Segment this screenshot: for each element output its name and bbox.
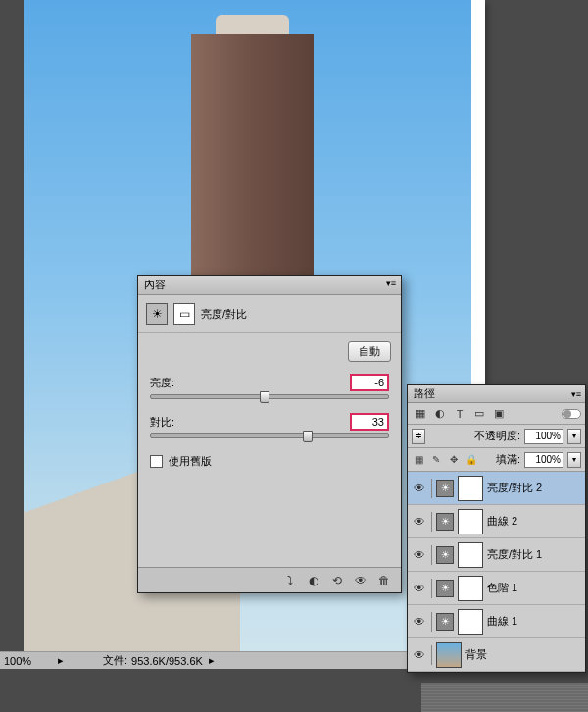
- reset-icon[interactable]: ⟲: [328, 573, 346, 588]
- contrast-slider[interactable]: [150, 433, 389, 438]
- clip-to-layer-icon[interactable]: ⤵: [281, 573, 299, 588]
- layer-row[interactable]: 👁☀曲線 2: [408, 505, 585, 538]
- layer-name: 色階 1: [487, 581, 517, 595]
- zoom-level[interactable]: 100%: [4, 655, 58, 667]
- lock-transparency-icon[interactable]: ▦: [412, 453, 425, 467]
- contrast-label: 對比:: [150, 415, 174, 430]
- panel-header[interactable]: 內容 ▾≡: [138, 276, 401, 295]
- filter-shape-icon[interactable]: ▭: [470, 406, 488, 422]
- layer-filter-row: ▦ ◐ T ▭ ▣: [408, 403, 585, 425]
- layer-name: 亮度/對比 1: [487, 547, 542, 562]
- adjustment-thumb-icon[interactable]: ☀: [436, 546, 454, 564]
- layer-row[interactable]: 👁背景: [408, 638, 585, 672]
- panel-menu-icon[interactable]: ▾≡: [385, 280, 397, 289]
- visibility-icon[interactable]: 👁: [412, 547, 427, 563]
- lock-pixels-icon[interactable]: ✎: [429, 453, 443, 467]
- adjustment-thumb-icon[interactable]: ☀: [436, 513, 454, 531]
- layer-name: 曲線 1: [487, 614, 517, 629]
- auto-button[interactable]: 自動: [348, 341, 391, 362]
- file-label: 文件:: [103, 653, 127, 668]
- visibility-icon[interactable]: 👁: [412, 481, 427, 496]
- divider: [431, 479, 432, 498]
- trash-icon[interactable]: 🗑: [375, 573, 393, 588]
- blend-mode-dropdown[interactable]: ≑: [412, 429, 425, 444]
- use-legacy-checkbox[interactable]: [150, 455, 163, 468]
- divider: [431, 579, 432, 598]
- chevron-right-icon[interactable]: ▸: [58, 654, 64, 667]
- use-legacy-label: 使用舊版: [169, 454, 212, 469]
- layer-name: 背景: [466, 647, 487, 662]
- layers-tab-bar[interactable]: 路徑 ▾≡: [408, 385, 585, 403]
- status-bar: 100% ▸ 文件: 953.6K/953.6K ▸: [0, 651, 407, 669]
- divider: [431, 512, 432, 532]
- mask-thumb[interactable]: [458, 476, 483, 501]
- brightness-slider[interactable]: [150, 394, 389, 399]
- resize-grip[interactable]: [421, 683, 588, 712]
- opacity-value[interactable]: 100%: [524, 429, 564, 444]
- lock-all-icon[interactable]: 🔒: [465, 453, 478, 467]
- visibility-icon[interactable]: 👁: [412, 514, 427, 530]
- divider: [431, 645, 432, 665]
- adjustment-thumb-icon[interactable]: ☀: [436, 613, 454, 631]
- chevron-right-icon[interactable]: ▸: [209, 654, 215, 667]
- adjustment-name: 亮度/對比: [201, 307, 247, 322]
- panel-footer: ⤵ ◐ ⟲ 👁 🗑: [138, 567, 401, 592]
- filter-smart-icon[interactable]: ▣: [490, 406, 508, 422]
- view-previous-icon[interactable]: ◐: [305, 573, 322, 588]
- brightness-label: 亮度:: [150, 376, 174, 390]
- layer-row[interactable]: 👁☀亮度/對比 1: [408, 538, 585, 572]
- slider-thumb[interactable]: [303, 431, 313, 442]
- adjustment-thumb-icon[interactable]: ☀: [436, 480, 454, 497]
- opacity-label: 不透明度:: [474, 429, 520, 443]
- mask-thumb[interactable]: [458, 576, 483, 601]
- contrast-value[interactable]: 33: [350, 413, 389, 431]
- layer-name: 亮度/對比 2: [487, 481, 542, 495]
- brightness-value[interactable]: -6: [350, 374, 389, 391]
- visibility-icon[interactable]: 👁: [412, 581, 427, 596]
- fill-label: 填滿:: [496, 452, 520, 467]
- panel-title: 內容: [144, 278, 166, 292]
- opacity-dropdown-icon[interactable]: ▾: [567, 429, 581, 444]
- mask-thumb[interactable]: [458, 509, 483, 534]
- brightness-contrast-icon: ☀: [146, 303, 168, 325]
- layer-thumb[interactable]: [436, 642, 462, 668]
- filter-toggle[interactable]: [562, 409, 581, 419]
- layers-panel: 路徑 ▾≡ ▦ ◐ T ▭ ▣ ≑ 不透明度: 100% ▾ ▦ ✎ ✥ 🔒 填…: [407, 384, 586, 673]
- lock-row: ▦ ✎ ✥ 🔒 填滿: 100% ▾: [408, 448, 585, 472]
- mask-icon[interactable]: ▭: [173, 303, 195, 325]
- layer-row[interactable]: 👁☀曲線 1: [408, 605, 585, 638]
- adjustment-thumb-icon[interactable]: ☀: [436, 580, 454, 597]
- divider: [431, 545, 432, 565]
- file-size: 953.6K/953.6K: [131, 655, 203, 667]
- layer-row[interactable]: 👁☀亮度/對比 2: [408, 472, 585, 505]
- mask-thumb[interactable]: [458, 542, 483, 568]
- slider-thumb[interactable]: [260, 391, 270, 403]
- opacity-row: ≑ 不透明度: 100% ▾: [408, 425, 585, 448]
- layer-list: 👁☀亮度/對比 2👁☀曲線 2👁☀亮度/對比 1👁☀色階 1👁☀曲線 1👁背景: [408, 472, 585, 672]
- filter-type-icon[interactable]: T: [451, 406, 468, 422]
- filter-adjust-icon[interactable]: ◐: [431, 406, 449, 422]
- paths-tab[interactable]: 路徑: [414, 386, 435, 401]
- fill-dropdown-icon[interactable]: ▾: [567, 452, 581, 468]
- properties-panel: 內容 ▾≡ ☀ ▭ 亮度/對比 自動 亮度: -6 對比: 33 使用舊版 ⤵ …: [137, 275, 402, 593]
- visibility-icon[interactable]: 👁: [412, 647, 427, 663]
- visibility-icon[interactable]: 👁: [352, 573, 369, 588]
- visibility-icon[interactable]: 👁: [412, 614, 427, 630]
- lock-position-icon[interactable]: ✥: [447, 453, 461, 467]
- fill-value[interactable]: 100%: [524, 452, 564, 468]
- mask-thumb[interactable]: [458, 609, 483, 635]
- layer-row[interactable]: 👁☀色階 1: [408, 572, 585, 605]
- layer-name: 曲線 2: [487, 514, 517, 529]
- panel-menu-icon[interactable]: ▾≡: [571, 389, 581, 399]
- filter-pixel-icon[interactable]: ▦: [412, 406, 429, 422]
- divider: [431, 612, 432, 632]
